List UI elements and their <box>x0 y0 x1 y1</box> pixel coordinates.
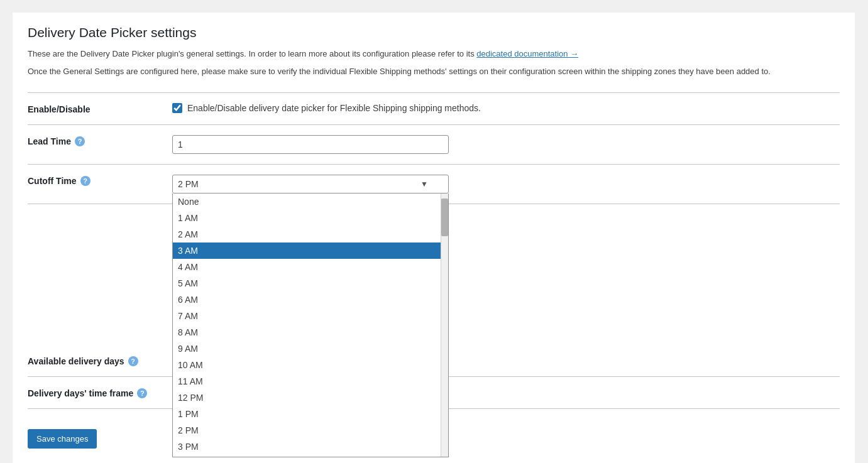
delivery-days-time-frame-label: Delivery days' time frame ? <box>28 387 172 398</box>
option-10am[interactable]: 10 AM <box>173 357 441 373</box>
page-title: Delivery Date Picker settings <box>28 25 840 40</box>
option-11am[interactable]: 11 AM <box>173 373 441 389</box>
enable-disable-checkbox[interactable] <box>172 103 182 113</box>
option-4am[interactable]: 4 AM <box>173 259 441 275</box>
lead-time-label: Lead Time ? <box>28 135 172 146</box>
cutoff-time-control: 2 PM ▼ None 1 AM 2 AM 3 AM 4 AM 5 AM 6 A… <box>172 175 840 193</box>
option-5am[interactable]: 5 AM <box>173 275 441 291</box>
option-1pm[interactable]: 1 PM <box>173 406 441 422</box>
enable-disable-checkbox-wrapper: Enable/Disable delivery date picker for … <box>172 103 481 113</box>
cutoff-time-selected-value: 2 PM <box>178 179 199 189</box>
option-6am[interactable]: 6 AM <box>173 291 441 308</box>
enable-disable-row: Enable/Disable Enable/Disable delivery d… <box>28 93 840 125</box>
lead-time-row: Lead Time ? <box>28 125 840 165</box>
option-2pm[interactable]: 2 PM <box>173 422 441 438</box>
available-delivery-days-help-icon[interactable]: ? <box>128 356 138 366</box>
cutoff-time-dropdown: None 1 AM 2 AM 3 AM 4 AM 5 AM 6 AM 7 AM … <box>172 193 449 457</box>
lead-time-control <box>172 135 840 154</box>
cutoff-time-select-wrapper: 2 PM ▼ None 1 AM 2 AM 3 AM 4 AM 5 AM 6 A… <box>172 175 449 193</box>
settings-table: Enable/Disable Enable/Disable delivery d… <box>28 92 840 409</box>
cutoff-time-row: Cutoff Time ? 2 PM ▼ None 1 AM 2 AM 3 AM <box>28 165 840 204</box>
delivery-days-time-frame-help-icon[interactable]: ? <box>137 388 147 398</box>
docs-link[interactable]: dedicated documentation → <box>476 49 578 58</box>
option-2am[interactable]: 2 AM <box>173 226 441 242</box>
enable-disable-label: Enable/Disable <box>28 103 172 114</box>
lead-time-input[interactable] <box>172 135 449 154</box>
option-12pm[interactable]: 12 PM <box>173 389 441 406</box>
lead-time-help-icon[interactable]: ? <box>75 136 85 146</box>
option-9am[interactable]: 9 AM <box>173 340 441 357</box>
option-3am[interactable]: 3 AM <box>173 242 441 259</box>
dropdown-scrollbar-thumb[interactable] <box>441 199 448 236</box>
save-button[interactable]: Save changes <box>28 429 97 449</box>
cutoff-time-label: Cutoff Time ? <box>28 175 172 186</box>
option-7am[interactable]: 7 AM <box>173 308 441 324</box>
description-1: These are the Delivery Date Picker plugi… <box>28 48 840 60</box>
option-1am[interactable]: 1 AM <box>173 210 441 226</box>
dropdown-scrollbar-track[interactable] <box>441 193 448 457</box>
cutoff-time-options-list[interactable]: None 1 AM 2 AM 3 AM 4 AM 5 AM 6 AM 7 AM … <box>173 193 441 457</box>
description-2: Once the General Settings are configured… <box>28 65 840 78</box>
enable-disable-checkbox-label: Enable/Disable delivery date picker for … <box>187 103 481 113</box>
available-delivery-days-label: Available delivery days ? <box>28 355 172 366</box>
settings-container: Delivery Date Picker settings These are … <box>13 13 855 463</box>
option-4pm[interactable]: 4 PM <box>173 455 441 457</box>
enable-disable-control: Enable/Disable delivery date picker for … <box>172 103 840 113</box>
option-3pm[interactable]: 3 PM <box>173 438 441 455</box>
cutoff-time-select[interactable]: 2 PM ▼ <box>172 175 449 193</box>
cutoff-time-help-icon[interactable]: ? <box>80 176 91 186</box>
option-8am[interactable]: 8 AM <box>173 324 441 340</box>
option-none[interactable]: None <box>173 193 441 210</box>
chevron-down-icon: ▼ <box>420 180 428 188</box>
